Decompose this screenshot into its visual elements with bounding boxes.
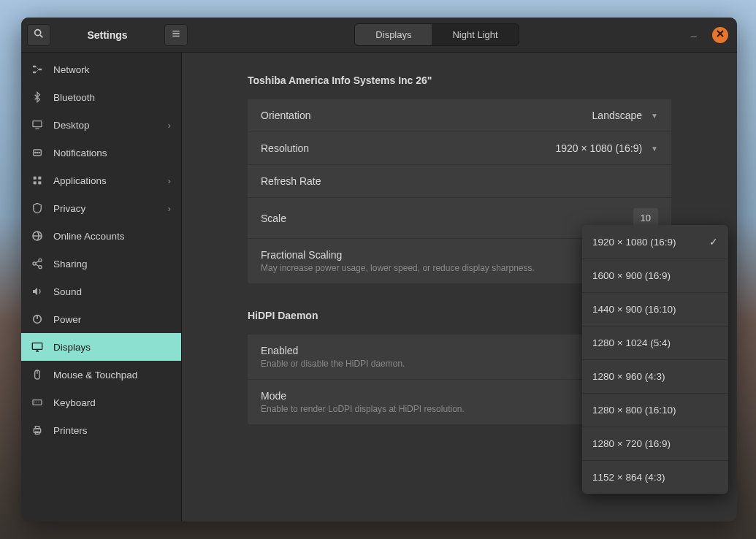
chevron-right-icon: ›	[168, 203, 172, 214]
sidebar-item-label: Sound	[53, 286, 82, 297]
fractional-scaling-sub: May increase power usage, lower speed, o…	[261, 263, 535, 273]
applications-icon	[31, 175, 43, 186]
keyboard-icon	[31, 397, 43, 408]
tab-night-light[interactable]: Night Light	[432, 24, 518, 45]
resolution-value: 1920 × 1080 (16:9) ▼	[555, 142, 658, 154]
svg-rect-18	[34, 177, 37, 180]
sidebar-item-sound[interactable]: Sound	[21, 278, 181, 305]
online-accounts-icon	[31, 230, 43, 242]
svg-point-24	[33, 262, 36, 265]
svg-point-15	[35, 152, 36, 153]
hidpi-mode-label: Mode	[261, 390, 465, 402]
header-left: Settings	[27, 24, 188, 46]
resolution-dropdown: 1920 × 1080 (16:9) ✓ 1600 × 900 (16:9) 1…	[582, 225, 728, 494]
refresh-rate-label: Refresh Rate	[261, 175, 321, 187]
minimize-icon: _	[691, 26, 697, 38]
orientation-row[interactable]: Orientation Landscape ▼	[248, 99, 671, 132]
svg-rect-9	[39, 69, 42, 71]
sidebar-item-label: Printers	[53, 425, 88, 436]
sidebar-item-online-accounts[interactable]: Online Accounts	[21, 222, 181, 250]
settings-window: Settings Displays Night Light _	[21, 18, 737, 521]
sidebar-item-label: Network	[53, 64, 90, 75]
dropdown-option[interactable]: 1600 × 900 (16:9)	[582, 259, 728, 293]
sidebar-item-privacy[interactable]: Privacy ›	[21, 194, 181, 222]
dropdown-option[interactable]: 1440 × 900 (16:10)	[582, 293, 728, 326]
sidebar-item-notifications[interactable]: Notifications	[21, 139, 181, 167]
sidebar-item-label: Sharing	[53, 259, 88, 270]
hidpi-enabled-sub: Enable or disable the HiDPI daemon.	[261, 359, 405, 369]
svg-rect-35	[33, 400, 42, 405]
header-title: Settings	[55, 29, 160, 41]
tab-displays[interactable]: Displays	[355, 24, 432, 45]
hidpi-mode-sub: Enable to render LoDPI displays at HiDPI…	[261, 404, 465, 414]
notifications-icon	[31, 147, 43, 158]
sidebar-item-label: Privacy	[53, 203, 85, 214]
svg-rect-20	[34, 181, 37, 184]
dropdown-option[interactable]: 1280 × 720 (16:9)	[582, 427, 728, 461]
privacy-icon	[31, 202, 43, 214]
chevron-right-icon: ›	[168, 175, 172, 186]
minimize-button[interactable]: _	[686, 27, 702, 43]
header-bar: Settings Displays Night Light _	[21, 18, 737, 53]
svg-rect-40	[35, 427, 39, 429]
close-button[interactable]	[712, 27, 728, 43]
dropdown-option[interactable]: 1152 × 864 (4:3)	[582, 461, 728, 494]
svg-line-11	[36, 69, 39, 72]
search-button[interactable]	[27, 24, 50, 46]
svg-rect-30	[32, 343, 42, 350]
network-icon	[31, 64, 43, 75]
dropdown-arrow-icon: ▼	[651, 145, 658, 153]
hamburger-menu-button[interactable]	[164, 24, 188, 46]
orientation-label: Orientation	[261, 110, 310, 121]
sidebar-item-power[interactable]: Power	[21, 305, 181, 333]
sidebar-item-sharing[interactable]: Sharing	[21, 250, 181, 278]
printers-icon	[31, 424, 43, 436]
sidebar-item-mouse-touchpad[interactable]: Mouse & Touchpad	[21, 361, 181, 389]
desktop-icon	[31, 119, 43, 131]
refresh-rate-row[interactable]: Refresh Rate	[248, 165, 671, 198]
close-icon	[714, 28, 726, 42]
sidebar-item-label: Bluetooth	[53, 92, 95, 103]
dropdown-option[interactable]: 1280 × 800 (16:10)	[582, 394, 728, 427]
svg-line-10	[36, 66, 39, 69]
dropdown-option[interactable]: 1920 × 1080 (16:9) ✓	[582, 225, 728, 259]
dropdown-option[interactable]: 1280 × 1024 (5:4)	[582, 326, 728, 360]
dropdown-arrow-icon: ▼	[651, 112, 658, 120]
search-icon	[33, 28, 45, 42]
body: Network Bluetooth Desktop › Notification…	[21, 53, 737, 521]
header-right: _	[686, 27, 731, 43]
bluetooth-icon	[31, 91, 43, 103]
svg-point-17	[39, 152, 39, 153]
sidebar-item-label: Displays	[53, 342, 91, 353]
sidebar-item-bluetooth[interactable]: Bluetooth	[21, 83, 181, 111]
mouse-icon	[31, 369, 43, 381]
tab-group: Displays Night Light	[354, 23, 519, 46]
resolution-row[interactable]: Resolution 1920 × 1080 (16:9) ▼	[248, 132, 671, 165]
svg-point-25	[39, 266, 42, 269]
sound-icon	[31, 286, 43, 297]
displays-icon	[31, 341, 43, 353]
hidpi-enabled-label: Enabled	[261, 345, 405, 356]
svg-rect-21	[38, 181, 41, 184]
sidebar-item-label: Mouse & Touchpad	[53, 370, 137, 381]
sidebar-item-displays[interactable]: Displays	[21, 333, 181, 361]
scale-label: Scale	[261, 213, 286, 224]
svg-rect-12	[33, 121, 42, 127]
sidebar-item-label: Desktop	[53, 120, 90, 131]
power-icon	[31, 313, 43, 325]
sidebar-item-printers[interactable]: Printers	[21, 416, 181, 444]
svg-point-23	[39, 259, 42, 261]
sidebar-item-desktop[interactable]: Desktop ›	[21, 111, 181, 139]
resolution-label: Resolution	[261, 142, 309, 154]
dropdown-option[interactable]: 1280 × 960 (4:3)	[582, 360, 728, 394]
sidebar-item-applications[interactable]: Applications ›	[21, 167, 181, 194]
chevron-right-icon: ›	[168, 120, 172, 131]
check-icon: ✓	[709, 236, 718, 248]
sidebar-item-label: Power	[53, 314, 81, 325]
hamburger-icon	[170, 28, 182, 42]
display-name-title: Toshiba America Info Systems Inc 26"	[248, 74, 671, 86]
svg-rect-19	[38, 177, 41, 180]
svg-line-1	[40, 35, 42, 37]
sidebar-item-keyboard[interactable]: Keyboard	[21, 389, 181, 416]
sidebar-item-network[interactable]: Network	[21, 56, 181, 83]
